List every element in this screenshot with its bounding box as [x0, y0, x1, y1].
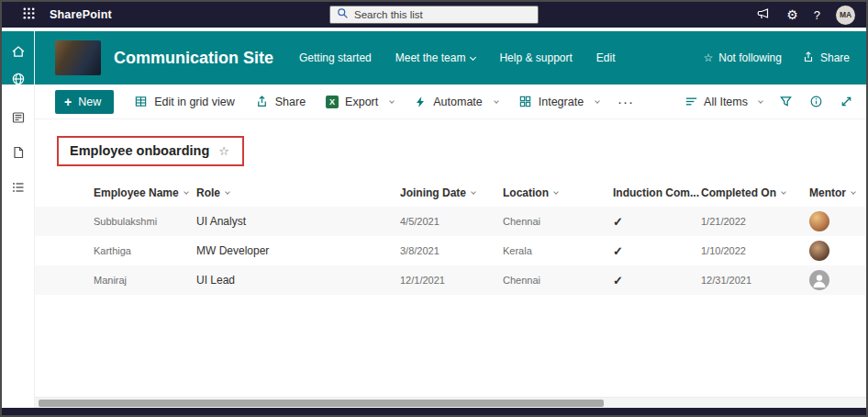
cell-employee-name: Maniraj — [94, 275, 196, 286]
site-nav: Getting started Meet the team Help & sup… — [299, 51, 616, 64]
horizontal-scrollbar[interactable] — [35, 397, 866, 408]
chevron-down-icon — [225, 189, 230, 195]
edit-in-grid-view-button[interactable]: Edit in grid view — [134, 95, 235, 108]
site-share-button[interactable]: Share — [802, 51, 850, 66]
new-button[interactable]: + New — [55, 90, 114, 114]
table-row[interactable]: Subbulakshmi UI Analyst 4/5/2021 Chennai… — [35, 207, 866, 236]
chevron-down-icon — [851, 189, 856, 195]
annotation-box: Employee onboarding ☆ — [57, 136, 244, 166]
globe-icon[interactable] — [11, 72, 26, 86]
search-box[interactable] — [329, 6, 539, 24]
chevron-down-icon — [184, 189, 189, 195]
settings-gear-icon[interactable]: ⚙ — [786, 8, 798, 21]
search-input[interactable] — [354, 9, 531, 20]
cell-completed-on: 12/31/2021 — [701, 275, 809, 286]
cell-location: Kerala — [503, 245, 613, 256]
site-title[interactable]: Communication Site — [114, 49, 273, 68]
integrate-button[interactable]: Integrate — [518, 95, 599, 108]
check-icon: ✓ — [613, 274, 701, 287]
list-page: Employee onboarding ☆ Employee Name Role… — [35, 119, 866, 397]
nav-meet-the-team[interactable]: Meet the team — [395, 51, 476, 64]
app-name[interactable]: SharePoint — [50, 8, 112, 21]
share-list-button[interactable]: Share — [255, 95, 306, 108]
info-icon[interactable] — [809, 95, 823, 108]
chevron-down-icon — [595, 98, 600, 104]
cell-role: UI Analyst — [196, 215, 400, 228]
nav-getting-started[interactable]: Getting started — [299, 51, 372, 64]
nav-edit[interactable]: Edit — [596, 51, 616, 64]
cell-joining-date: 4/5/2021 — [400, 216, 503, 227]
star-icon: ☆ — [704, 51, 714, 64]
site-header: Communication Site Getting started Meet … — [35, 31, 866, 85]
chevron-down-icon — [781, 189, 786, 195]
column-header-location[interactable]: Location — [503, 186, 613, 199]
cell-role: UI Lead — [196, 274, 400, 287]
mentor-avatar[interactable] — [809, 241, 829, 261]
plus-icon: + — [64, 96, 72, 108]
home-icon[interactable] — [11, 44, 26, 59]
scrollbar-thumb[interactable] — [39, 400, 604, 407]
cell-location: Chennai — [503, 216, 613, 227]
nav-help-support[interactable]: Help & support — [499, 51, 572, 64]
chevron-down-icon — [471, 189, 476, 195]
cell-completed-on: 1/21/2022 — [701, 216, 809, 227]
column-header-joining-date[interactable]: Joining Date — [400, 186, 503, 199]
cell-employee-name: Subbulakshmi — [94, 216, 196, 227]
column-header-role[interactable]: Role — [196, 186, 400, 199]
app-launcher-button[interactable] — [13, 6, 44, 24]
grid-view-icon — [134, 95, 148, 108]
favorite-star-icon[interactable]: ☆ — [218, 145, 229, 157]
cell-completed-on: 1/10/2022 — [701, 245, 809, 256]
table-row[interactable]: Maniraj UI Lead 12/1/2021 Chennai ✓ 12/3… — [35, 265, 866, 295]
table-row[interactable]: Karthiga MW Developer 3/8/2021 Kerala ✓ … — [35, 236, 866, 265]
view-list-icon — [684, 95, 698, 108]
excel-icon: X — [326, 96, 339, 108]
news-icon[interactable] — [11, 110, 26, 125]
window-bottom-edge — [2, 408, 866, 415]
sharepoint-window: SharePoint ⚙ ? MA — [0, 0, 868, 417]
expand-icon[interactable] — [840, 95, 853, 108]
chevron-down-icon — [553, 189, 559, 195]
check-icon: ✓ — [613, 215, 701, 229]
check-icon: ✓ — [613, 244, 701, 258]
column-header-mentor[interactable]: Mentor — [809, 186, 866, 199]
more-commands-button[interactable]: ··· — [618, 94, 634, 109]
chevron-down-icon — [389, 98, 395, 104]
chevron-down-icon — [494, 98, 499, 104]
app-bar — [2, 31, 35, 408]
integrate-icon — [518, 95, 532, 108]
cell-location: Chennai — [503, 275, 613, 286]
lists-icon[interactable] — [11, 180, 26, 195]
suite-bar: SharePoint ⚙ ? MA — [2, 2, 866, 28]
share-icon — [255, 95, 269, 108]
chevron-down-icon — [758, 98, 763, 104]
automate-flow-icon — [414, 96, 427, 108]
mentor-avatar[interactable] — [809, 211, 829, 231]
column-header-completed-on[interactable]: Completed On — [701, 186, 809, 199]
view-selector[interactable]: All Items — [684, 95, 762, 108]
cell-employee-name: Karthiga — [94, 245, 196, 256]
cell-joining-date: 12/1/2021 — [400, 275, 503, 286]
account-avatar[interactable]: MA — [836, 6, 855, 25]
cell-role: MW Developer — [196, 244, 400, 257]
command-bar: + New Edit in grid view Share X — [35, 85, 866, 119]
megaphone-icon[interactable] — [756, 6, 771, 23]
column-header-induction[interactable]: Induction Com... — [613, 186, 701, 199]
document-icon[interactable] — [11, 145, 26, 160]
share-icon — [802, 51, 815, 66]
table-header-row: Employee Name Role Joining Date Location… — [35, 179, 866, 207]
site-logo[interactable] — [55, 40, 101, 75]
search-icon — [337, 6, 349, 23]
waffle-icon — [22, 6, 36, 24]
column-header-employee-name[interactable]: Employee Name — [94, 186, 196, 199]
automate-button[interactable]: Automate — [414, 96, 498, 108]
list-table: Employee Name Role Joining Date Location… — [35, 179, 866, 295]
help-icon[interactable]: ? — [814, 9, 820, 21]
not-following-button[interactable]: ☆ Not following — [704, 51, 782, 64]
cell-joining-date: 3/8/2021 — [400, 245, 503, 256]
export-button[interactable]: X Export — [326, 96, 394, 108]
list-title: Employee onboarding — [70, 143, 209, 158]
person-placeholder-avatar[interactable] — [809, 270, 829, 290]
chevron-down-icon — [470, 53, 476, 60]
filter-icon[interactable] — [779, 95, 793, 108]
